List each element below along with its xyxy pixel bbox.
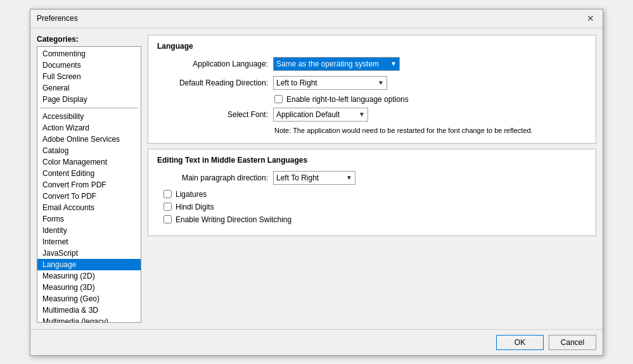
- ok-button[interactable]: OK: [496, 335, 544, 350]
- sidebar-item-measuring2d[interactable]: Measuring (2D): [37, 270, 141, 282]
- enable-rtl-checkbox[interactable]: [274, 95, 283, 103]
- ligatures-row: Ligatures: [163, 190, 587, 199]
- sidebar-item-colormanagement[interactable]: Color Management: [37, 156, 141, 168]
- app-language-select[interactable]: Same as the operating system ▼: [273, 57, 400, 71]
- title-bar: Preferences ✕: [30, 9, 603, 28]
- sidebar-item-adobeonline[interactable]: Adobe Online Services: [37, 134, 141, 145]
- reading-direction-dropdown[interactable]: Left to Right Right to Left: [274, 77, 387, 89]
- reading-direction-row: Default Reading Direction: Left to Right…: [157, 76, 587, 90]
- paragraph-direction-label: Main paragraph direction:: [157, 173, 268, 182]
- category-divider: [40, 108, 138, 108]
- reading-direction-select[interactable]: Left to Right Right to Left ▼: [273, 76, 387, 90]
- editing-section: Editing Text in Middle Eastern Languages…: [148, 149, 596, 236]
- sidebar-item-forms[interactable]: Forms: [37, 213, 141, 225]
- hindi-digits-row: Hindi Digits: [163, 203, 587, 211]
- language-section: Language Application Language: Same as t…: [148, 35, 596, 144]
- sidebar-item-convertfrompdf[interactable]: Convert From PDF: [37, 179, 141, 191]
- sidebar-item-internet[interactable]: Internet: [37, 236, 141, 248]
- sidebar-item-actionwizard[interactable]: Action Wizard: [37, 122, 141, 134]
- categories-label: Categories:: [37, 35, 141, 44]
- app-language-row: Application Language: Same as the operat…: [157, 57, 587, 71]
- editing-section-title: Editing Text in Middle Eastern Languages: [157, 156, 587, 165]
- dialog-footer: OK Cancel: [30, 329, 603, 355]
- paragraph-direction-row: Main paragraph direction: Left To Right …: [157, 171, 587, 185]
- sidebar-item-measuringgeo[interactable]: Measuring (Geo): [37, 293, 141, 304]
- select-font-label: Select Font:: [157, 110, 268, 119]
- sidebar-item-fullscreen[interactable]: Full Screen: [37, 71, 141, 82]
- sidebar-item-measuring3d[interactable]: Measuring (3D): [37, 282, 141, 293]
- cancel-button[interactable]: Cancel: [549, 335, 596, 350]
- sidebar-item-multimedialegacy[interactable]: Multimedia (legacy): [37, 316, 141, 323]
- select-font-row: Select Font: Application Default ▼: [157, 108, 587, 122]
- app-language-dropdown[interactable]: Same as the operating system: [274, 58, 399, 70]
- sidebar-item-contentediting[interactable]: Content Editing: [37, 168, 141, 179]
- sidebar-item-converttopdf[interactable]: Convert To PDF: [37, 191, 141, 202]
- sidebar-item-multimedia3d[interactable]: Multimedia & 3D: [37, 304, 141, 316]
- sidebar-item-documents[interactable]: Documents: [37, 60, 141, 71]
- enable-rtl-label[interactable]: Enable right-to-left language options: [286, 95, 409, 104]
- paragraph-direction-dropdown[interactable]: Left To Right Right To Left: [274, 172, 355, 184]
- sidebar-item-javascript[interactable]: JavaScript: [37, 248, 141, 259]
- sidebar-item-catalog[interactable]: Catalog: [37, 145, 141, 156]
- hindi-digits-checkbox[interactable]: [163, 203, 172, 211]
- ligatures-label[interactable]: Ligatures: [176, 190, 207, 199]
- sidebar-item-pagedisplay[interactable]: Page Display: [37, 94, 141, 105]
- writing-direction-label[interactable]: Enable Writing Direction Switching: [176, 215, 291, 224]
- left-panel: Categories: Commenting Documents Full Sc…: [37, 35, 141, 323]
- hindi-digits-label[interactable]: Hindi Digits: [176, 203, 214, 211]
- right-panel: Language Application Language: Same as t…: [148, 35, 596, 323]
- close-button[interactable]: ✕: [585, 13, 596, 24]
- font-change-note: Note: The application would need to be r…: [274, 127, 587, 134]
- dialog-title: Preferences: [37, 14, 78, 23]
- sidebar-item-emailaccounts[interactable]: Email Accounts: [37, 202, 141, 213]
- writing-direction-checkbox[interactable]: [163, 215, 172, 223]
- sidebar-item-commenting[interactable]: Commenting: [37, 48, 141, 60]
- ligatures-checkbox[interactable]: [163, 190, 172, 198]
- sidebar-item-accessibility[interactable]: Accessibility: [37, 111, 141, 122]
- language-section-title: Language: [157, 42, 587, 51]
- select-font-select[interactable]: Application Default ▼: [273, 108, 368, 122]
- sidebar-item-language[interactable]: Language: [37, 259, 141, 270]
- sidebar-item-identity[interactable]: Identity: [37, 225, 141, 236]
- reading-direction-label: Default Reading Direction:: [157, 78, 268, 87]
- paragraph-direction-select[interactable]: Left To Right Right To Left ▼: [273, 171, 355, 185]
- category-list: Commenting Documents Full Screen General…: [37, 46, 141, 323]
- sidebar-item-general[interactable]: General: [37, 82, 141, 94]
- preferences-dialog: Preferences ✕ Categories: Commenting Doc…: [30, 9, 603, 356]
- app-language-label: Application Language:: [157, 60, 268, 68]
- writing-direction-row: Enable Writing Direction Switching: [163, 215, 587, 224]
- select-font-dropdown[interactable]: Application Default: [274, 108, 368, 121]
- dialog-body: Categories: Commenting Documents Full Sc…: [30, 28, 603, 329]
- enable-rtl-row: Enable right-to-left language options: [274, 95, 587, 104]
